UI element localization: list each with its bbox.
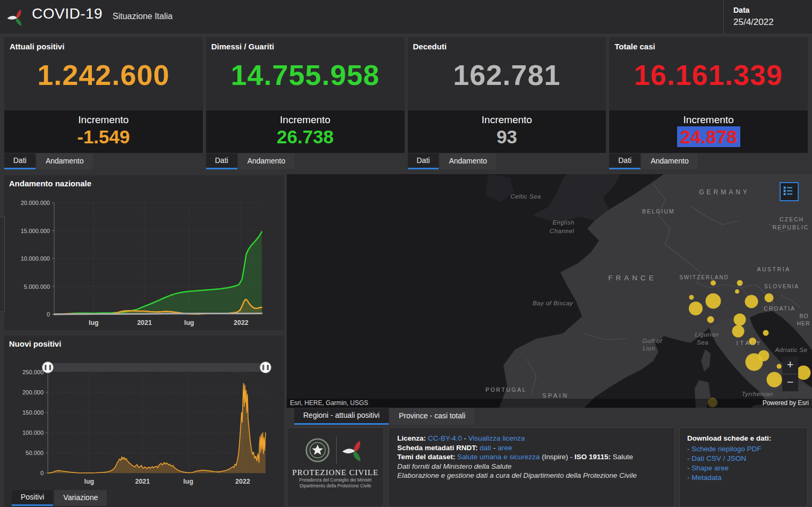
covid-bubble[interactable]: [707, 316, 714, 323]
covid-bubble[interactable]: [711, 280, 716, 286]
time-range-slider-track[interactable]: [48, 363, 266, 372]
svg-text:AUSTRIA: AUSTRIA: [757, 266, 790, 272]
increment-value: 26.738: [206, 126, 405, 148]
slider-handle-left[interactable]: ❚❚: [42, 362, 54, 373]
card-tabs: Dati Andamento: [609, 153, 808, 169]
panel-title: Nuovi positivi: [9, 339, 61, 348]
tab-andamento[interactable]: Andamento: [238, 153, 295, 169]
separator: -: [464, 434, 467, 442]
dpc-triskelion-icon: [342, 436, 366, 464]
date-value: 25/4/2022: [733, 17, 774, 28]
tab-dati[interactable]: Dati: [609, 153, 640, 169]
svg-text:lug: lug: [184, 319, 194, 326]
svg-text:FRANCE: FRANCE: [608, 274, 657, 282]
svg-text:0: 0: [47, 311, 50, 317]
covid-bubble[interactable]: [763, 330, 769, 336]
svg-text:15.000.000: 15.000.000: [21, 228, 50, 234]
tab-positivi[interactable]: Positivi: [12, 490, 53, 506]
slider-handle-right[interactable]: ❚❚: [260, 362, 271, 373]
legend-button[interactable]: [780, 182, 799, 201]
shape-aree-link[interactable]: Shape aree: [691, 464, 729, 472]
map-canvas[interactable]: GERMANYBELGIUMCZECHREPUBLICFRANCESWITZER…: [287, 174, 812, 408]
logo-divider: [336, 436, 337, 464]
rndt-aree-link[interactable]: aree: [498, 444, 512, 452]
card-value: 14.755.958: [206, 58, 405, 91]
svg-text:Adriatic Se: Adriatic Se: [774, 347, 807, 353]
svg-text:0: 0: [40, 470, 44, 476]
covid-bubble[interactable]: [689, 302, 703, 315]
andamento-nazionale-panel: Andamento nazionale 05.000.00010.000.000…: [4, 175, 284, 330]
protezione-civile-logo-icon: [6, 6, 27, 28]
zoom-out-button[interactable]: −: [782, 374, 798, 391]
covid-bubble[interactable]: [734, 314, 746, 326]
svg-text:2021: 2021: [135, 478, 150, 485]
svg-text:200.000: 200.000: [22, 389, 44, 396]
map-tabs-row: Regioni - attuali positivi Province - ca…: [287, 408, 812, 427]
tab-dati[interactable]: Dati: [4, 153, 36, 169]
schede-pdf-link[interactable]: Schede riepilogo PDF: [691, 445, 761, 453]
rndt-label: Scheda metadati RNDT:: [397, 444, 478, 452]
card-value: 1.242.600: [4, 58, 203, 91]
covid-bubble[interactable]: [732, 325, 745, 338]
europe-map[interactable]: GERMANYBELGIUMCZECHREPUBLICFRANCESWITZER…: [287, 174, 812, 408]
covid-bubble[interactable]: [737, 280, 743, 286]
covid-bubble[interactable]: [745, 295, 758, 308]
covid-bubble[interactable]: [777, 364, 782, 369]
left-scrollbar[interactable]: [0, 217, 5, 312]
svg-text:Gulf of: Gulf of: [642, 338, 663, 344]
svg-text:10.000.000: 10.000.000: [21, 255, 50, 262]
inspire-text: (Inspire) -: [542, 453, 572, 461]
map-zoom-control: + −: [782, 357, 798, 391]
card-totale-casi: Totale casi 16.161.339 Incremento 24.878…: [609, 37, 808, 169]
rndt-dati-link[interactable]: dati: [480, 444, 491, 452]
legend-list-icon: [781, 183, 796, 198]
app-title: COVID-19: [32, 5, 102, 22]
svg-text:lug: lug: [84, 478, 95, 485]
covid-bubble[interactable]: [735, 289, 739, 294]
tab-andamento[interactable]: Andamento: [37, 153, 93, 169]
tab-andamento[interactable]: Andamento: [642, 153, 698, 169]
svg-text:HER: HER: [797, 320, 810, 326]
tab-regioni-attuali-positivi[interactable]: Regioni - attuali positivi: [294, 408, 389, 425]
covid-bubble[interactable]: [706, 294, 721, 309]
footer-row: PROTEZIONE CIVILE Presidenza del Consigl…: [287, 427, 808, 507]
zoom-in-button[interactable]: +: [782, 357, 798, 374]
svg-text:REPUBLIC: REPUBLIC: [773, 224, 809, 230]
svg-text:Channel: Channel: [550, 228, 574, 234]
svg-text:100.000: 100.000: [22, 429, 44, 436]
card-tabs: Dati Andamento: [206, 153, 405, 169]
svg-text:150.000: 150.000: [22, 409, 44, 416]
svg-text:5.000.000: 5.000.000: [24, 283, 50, 290]
metadata-link[interactable]: Metadata: [691, 474, 721, 482]
covid-bubble[interactable]: [765, 294, 774, 303]
visualizza-licenza-link[interactable]: Visualizza licenza: [468, 434, 525, 442]
increment-label: Incremento: [206, 110, 405, 126]
andamento-nazionale-chart[interactable]: 05.000.00010.000.00015.000.00020.000.000…: [4, 175, 284, 330]
iso-value: Salute: [613, 453, 633, 461]
map-attribution-bar: Esri, HERE, Garmin, USGS Powered by Esri: [287, 399, 812, 408]
svg-text:Ligurian: Ligurian: [695, 331, 719, 338]
svg-text:ITALY: ITALY: [737, 340, 763, 346]
covid-bubble[interactable]: [758, 350, 770, 362]
tab-province-casi-totali[interactable]: Province - casi totali: [390, 408, 474, 425]
covid-bubble[interactable]: [797, 366, 811, 380]
tab-andamento[interactable]: Andamento: [440, 153, 496, 169]
tab-variazione[interactable]: Variazione: [54, 490, 107, 506]
tab-dati[interactable]: Dati: [408, 153, 439, 169]
download-item: - Shape aree: [687, 463, 800, 473]
covid-bubble[interactable]: [767, 372, 782, 388]
powered-by-esri: Powered by Esri: [763, 399, 809, 407]
svg-text:BELGIUM: BELGIUM: [642, 208, 674, 214]
tab-dati[interactable]: Dati: [206, 153, 237, 169]
presidenza-emblem-icon: [304, 436, 331, 464]
svg-text:2022: 2022: [234, 319, 249, 326]
svg-text:20.000.000: 20.000.000: [21, 200, 50, 206]
svg-text:lug: lug: [89, 319, 99, 326]
covid-bubble[interactable]: [689, 295, 694, 300]
cc-by-link[interactable]: CC-BY-4.0: [428, 434, 462, 442]
presidenza-line: Presidenza del Consiglio dei Ministri: [287, 477, 383, 483]
download-item: - Schede riepilogo PDF: [687, 444, 800, 454]
salute-umana-link[interactable]: Salute umana e sicurezza: [457, 453, 540, 461]
dipartimento-line: Dipartimento della Protezione Civile: [287, 483, 383, 489]
dati-csv-json-link[interactable]: Dati CSV / JSON: [691, 454, 746, 462]
